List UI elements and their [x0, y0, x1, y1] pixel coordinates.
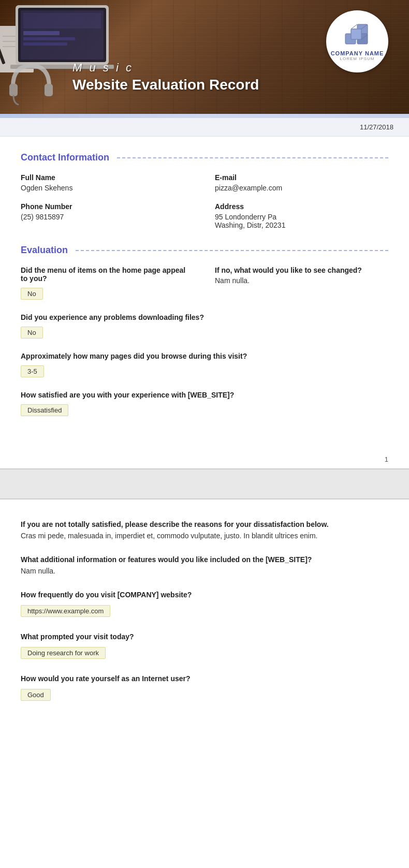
lorem-ipsum-label: LOREM IPSUM [340, 56, 374, 61]
answer-badge-q1: No [21, 288, 43, 300]
address-group: Address 95 Londonderry Pa Washing, Distr… [215, 202, 388, 229]
question-text-q1: Did the menu of items on the home page a… [21, 266, 194, 283]
contact-section-header: Contact Information [21, 152, 388, 163]
page-title: Website Evaluation Record [72, 77, 259, 93]
page-header: M u s i c Website Evaluation Record COMP… [0, 0, 409, 114]
phone-value: (25) 9815897 [21, 213, 194, 221]
question-text-q9: How would you rate yourself as an Intern… [21, 674, 388, 683]
question-text-q4: How satisfied are you with your experien… [21, 391, 388, 399]
question-block-q8: What prompted your visit today? Doing re… [21, 632, 388, 659]
address-line2: Washing, Distr, 20231 [215, 221, 388, 229]
answer-badge-q7: https://www.example.com [21, 605, 110, 617]
question-text-q6: What additional information or features … [21, 555, 388, 564]
header-text-area: M u s i c Website Evaluation Record [72, 61, 259, 93]
followup-text-q1: If no, what would you like to see change… [215, 266, 388, 274]
svg-rect-8 [23, 13, 101, 28]
answer-text-q5: Cras mi pede, malesuada in, imperdiet et… [21, 532, 388, 540]
full-name-value: Ogden Skehens [21, 184, 194, 192]
email-value: pizza@example.com [215, 184, 388, 192]
full-name-label: Full Name [21, 173, 194, 182]
svg-rect-9 [23, 31, 60, 35]
question-block-q7: How frequently do you visit [COMPANY] we… [21, 591, 388, 617]
answer-text-q6: Nam nulla. [21, 567, 388, 575]
question-block-q3: Approximately how many pages did you bro… [21, 352, 388, 377]
phone-label: Phone Number [21, 202, 194, 211]
contact-grid: Full Name Ogden Skehens E-mail pizza@exa… [21, 173, 388, 229]
svg-rect-11 [23, 42, 67, 46]
email-label: E-mail [215, 173, 388, 182]
answer-badge-q4: Dissatisfied [21, 404, 68, 416]
page-number-area: 1 [0, 450, 409, 468]
accent-bar [0, 114, 409, 118]
question-block-q4: How satisfied are you with your experien… [21, 391, 388, 416]
address-line1: 95 Londonderry Pa [215, 213, 388, 221]
music-label: M u s i c [72, 61, 259, 75]
evaluation-section-title: Evaluation [21, 245, 68, 256]
question-text-q3: Approximately how many pages did you bro… [21, 352, 388, 360]
date-value: 11/27/2018 [360, 123, 393, 131]
svg-rect-13 [9, 84, 18, 96]
answer-badge-q9: Good [21, 689, 51, 701]
question-text-q2: Did you experience any problems download… [21, 313, 388, 321]
company-logo: COMPANY NAME LOREM IPSUM [326, 10, 388, 72]
email-group: E-mail pizza@example.com [215, 173, 388, 192]
page-divider [0, 468, 409, 499]
followup-answer-q1: Nam nulla. [215, 276, 388, 285]
question-block-q2: Did you experience any problems download… [21, 313, 388, 339]
svg-line-19 [351, 24, 357, 29]
company-name-label: COMPANY NAME [331, 50, 384, 56]
date-area: 11/27/2018 [0, 118, 409, 137]
question-block-q9: How would you rate yourself as an Intern… [21, 674, 388, 701]
svg-rect-10 [23, 37, 75, 40]
answer-badge-q3: 3-5 [21, 365, 44, 377]
answer-badge-q8: Doing research for work [21, 647, 106, 659]
main-content-page1: Contact Information Full Name Ogden Skeh… [0, 137, 409, 450]
question-text-q7: How frequently do you visit [COMPANY] we… [21, 591, 388, 599]
evaluation-divider [76, 250, 388, 251]
headphones-illustration [5, 61, 57, 109]
question-block-q1: Did the menu of items on the home page a… [21, 266, 388, 300]
question-block-q5: If you are not totally satisfied, please… [21, 520, 388, 540]
svg-rect-18 [351, 29, 361, 39]
question-text-q8: What prompted your visit today? [21, 632, 388, 641]
question-block-q6: What additional information or features … [21, 555, 388, 575]
second-page-content: If you are not totally satisfied, please… [0, 499, 409, 737]
phone-group: Phone Number (25) 9815897 [21, 202, 194, 229]
question-text-q5: If you are not totally satisfied, please… [21, 520, 388, 528]
evaluation-section-header: Evaluation [21, 245, 388, 256]
contact-divider [117, 157, 388, 158]
full-name-group: Full Name Ogden Skehens [21, 173, 194, 192]
answer-badge-q2: No [21, 327, 43, 339]
contact-section-title: Contact Information [21, 152, 109, 163]
svg-rect-14 [45, 84, 53, 96]
address-label: Address [215, 202, 388, 211]
page-number: 1 [385, 455, 388, 463]
